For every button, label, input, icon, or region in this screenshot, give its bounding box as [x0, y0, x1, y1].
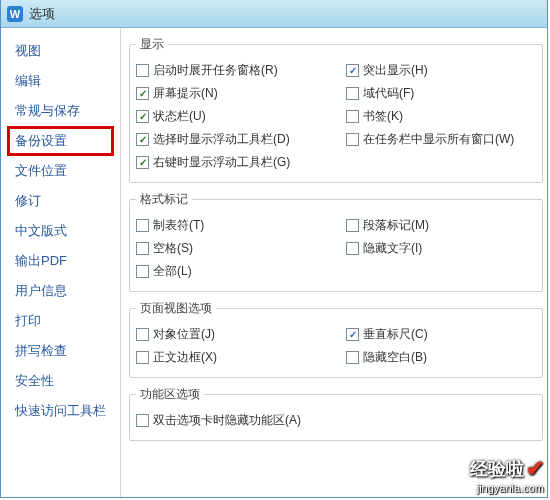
check-dblclick-hide-ribbon[interactable]: 双击选项卡时隐藏功能区(A) — [136, 412, 536, 429]
sidebar-item-chinese-layout[interactable]: 中文版式 — [7, 216, 114, 246]
checkbox-icon — [346, 110, 359, 123]
checkbox-icon — [136, 351, 149, 364]
app-icon: W — [7, 6, 23, 22]
sidebar-item-view[interactable]: 视图 — [7, 36, 114, 66]
group-page-view: 页面视图选项 对象位置(J) 垂直标尺(C) 正文边框(X) 隐藏空白(B) — [129, 300, 543, 378]
sidebar-item-general-save[interactable]: 常规与保存 — [7, 96, 114, 126]
checkbox-icon — [136, 265, 149, 278]
checkbox-icon — [346, 328, 359, 341]
check-float-toolbar-rightclick[interactable]: 右键时显示浮动工具栏(G) — [136, 154, 346, 171]
checkbox-icon — [346, 351, 359, 364]
check-highlight[interactable]: 突出显示(H) — [346, 62, 516, 79]
window-title: 选项 — [29, 5, 55, 23]
group-display-title: 显示 — [136, 36, 168, 53]
content-pane: 显示 启动时展开任务窗格(R) 突出显示(H) 屏幕提示(N) 域代码(F) 状… — [121, 28, 547, 497]
sidebar-item-quick-access[interactable]: 快速访问工具栏 — [7, 396, 114, 426]
checkbox-icon — [136, 64, 149, 77]
titlebar[interactable]: W 选项 — [1, 0, 547, 28]
sidebar: 视图 编辑 常规与保存 备份设置 文件位置 修订 中文版式 输出PDF 用户信息… — [1, 28, 121, 497]
options-window: W 选项 视图 编辑 常规与保存 备份设置 文件位置 修订 中文版式 输出PDF… — [0, 0, 548, 498]
sidebar-item-backup-settings[interactable]: 备份设置 — [7, 126, 114, 156]
group-ribbon: 功能区选项 双击选项卡时隐藏功能区(A) — [129, 386, 543, 441]
checkbox-icon — [136, 328, 149, 341]
check-startup-taskpane[interactable]: 启动时展开任务窗格(R) — [136, 62, 346, 79]
checkbox-icon — [136, 242, 149, 255]
sidebar-item-security[interactable]: 安全性 — [7, 366, 114, 396]
check-screen-tips[interactable]: 屏幕提示(N) — [136, 85, 346, 102]
check-all[interactable]: 全部(L) — [136, 263, 346, 280]
checkbox-icon — [136, 414, 149, 427]
dialog-body: 视图 编辑 常规与保存 备份设置 文件位置 修订 中文版式 输出PDF 用户信息… — [1, 28, 547, 497]
checkbox-icon — [346, 133, 359, 146]
checkbox-icon — [136, 110, 149, 123]
checkbox-icon — [346, 87, 359, 100]
check-tabs[interactable]: 制表符(T) — [136, 217, 346, 234]
sidebar-item-export-pdf[interactable]: 输出PDF — [7, 246, 114, 276]
sidebar-item-user-info[interactable]: 用户信息 — [7, 276, 114, 306]
checkbox-icon — [136, 156, 149, 169]
checkbox-icon — [346, 64, 359, 77]
check-text-boundaries[interactable]: 正文边框(X) — [136, 349, 346, 366]
check-paragraph-marks[interactable]: 段落标记(M) — [346, 217, 516, 234]
group-format-marks: 格式标记 制表符(T) 段落标记(M) 空格(S) 隐藏文字(I) 全部(L) — [129, 191, 543, 292]
checkbox-icon — [136, 87, 149, 100]
check-taskbar-windows[interactable]: 在任务栏中显示所有窗口(W) — [346, 131, 516, 148]
check-object-position[interactable]: 对象位置(J) — [136, 326, 346, 343]
check-hide-blank[interactable]: 隐藏空白(B) — [346, 349, 516, 366]
sidebar-item-file-location[interactable]: 文件位置 — [7, 156, 114, 186]
group-pageview-title: 页面视图选项 — [136, 300, 216, 317]
check-bookmarks[interactable]: 书签(K) — [346, 108, 516, 125]
check-spaces[interactable]: 空格(S) — [136, 240, 346, 257]
check-field-codes[interactable]: 域代码(F) — [346, 85, 516, 102]
sidebar-item-revision[interactable]: 修订 — [7, 186, 114, 216]
check-hidden-text[interactable]: 隐藏文字(I) — [346, 240, 516, 257]
sidebar-item-edit[interactable]: 编辑 — [7, 66, 114, 96]
checkbox-icon — [136, 133, 149, 146]
checkbox-icon — [346, 219, 359, 232]
group-ribbon-title: 功能区选项 — [136, 386, 204, 403]
sidebar-item-print[interactable]: 打印 — [7, 306, 114, 336]
checkbox-icon — [346, 242, 359, 255]
group-format-title: 格式标记 — [136, 191, 192, 208]
checkbox-icon — [136, 219, 149, 232]
check-float-toolbar-select[interactable]: 选择时显示浮动工具栏(D) — [136, 131, 346, 148]
sidebar-item-spellcheck[interactable]: 拼写检查 — [7, 336, 114, 366]
group-display: 显示 启动时展开任务窗格(R) 突出显示(H) 屏幕提示(N) 域代码(F) 状… — [129, 36, 543, 183]
check-vertical-ruler[interactable]: 垂直标尺(C) — [346, 326, 516, 343]
check-status-bar[interactable]: 状态栏(U) — [136, 108, 346, 125]
